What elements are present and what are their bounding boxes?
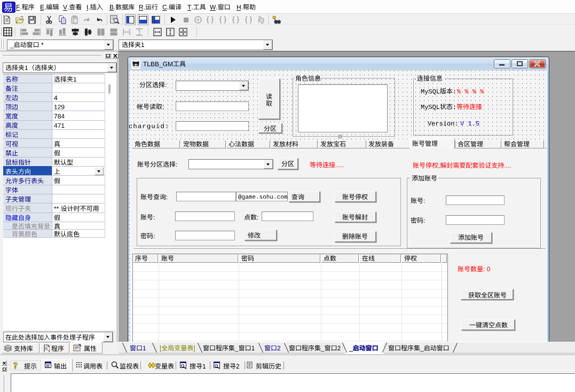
svg-text:?: ? [13,361,18,370]
